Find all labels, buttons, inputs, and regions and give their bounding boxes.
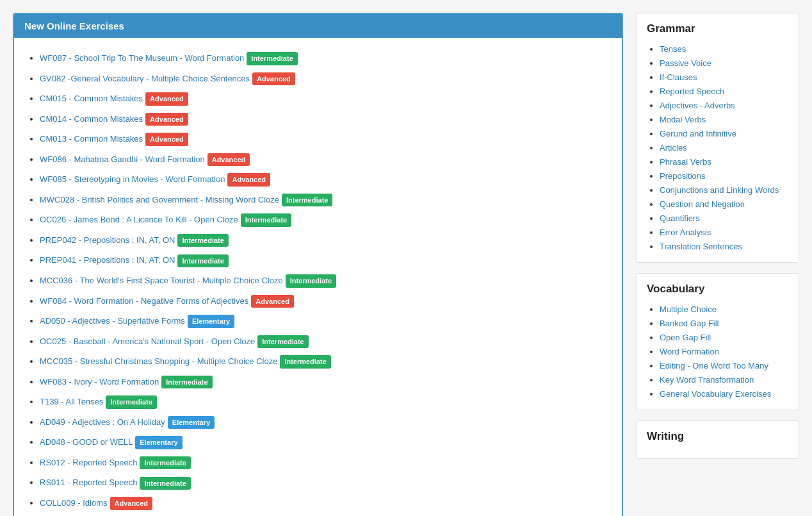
sidebar: Grammar TensesPassive VoiceIf-ClausesRep… <box>636 13 799 516</box>
level-badge: Intermediate <box>177 234 228 247</box>
grammar-link[interactable]: Reported Speech <box>660 87 724 96</box>
grammar-link[interactable]: Conjunctions and Linking Words <box>660 185 779 195</box>
list-item: MWC028 - British Politics and Government… <box>40 190 609 210</box>
list-item: RS012 - Reported SpeechIntermediate <box>40 453 609 473</box>
grammar-title: Grammar <box>647 22 788 35</box>
grammar-link[interactable]: Tenses <box>660 44 686 54</box>
grammar-link[interactable]: Modal Verbs <box>660 115 706 124</box>
exercise-link[interactable]: MWC028 - British Politics and Government… <box>40 195 279 204</box>
vocabulary-link[interactable]: Open Gap Fill <box>660 333 711 342</box>
list-item: OC025 - Baseball - America's National Sp… <box>40 331 609 352</box>
exercises-list: WF087 - School Trip To The Museum - Word… <box>14 38 622 516</box>
list-item: Editing - One Word Too Many <box>660 358 788 372</box>
exercise-link[interactable]: OC026 - James Bond : A Licence To Kill -… <box>40 215 238 224</box>
grammar-link[interactable]: Question and Negation <box>660 199 745 209</box>
exercises-title: New Online Exercises <box>24 21 124 31</box>
vocabulary-link[interactable]: General Vocabulary Exercises <box>660 389 771 399</box>
exercise-link[interactable]: WF085 - Stereotyping in Movies - Word Fo… <box>40 174 225 184</box>
list-item: CM015 - Common MistakesAdvanced <box>40 88 609 109</box>
level-badge: Intermediate <box>241 213 291 227</box>
list-item: Passive Voice <box>660 56 788 70</box>
list-item: MCC035 - Stressful Christmas Shopping - … <box>40 351 609 372</box>
grammar-link[interactable]: Quantifiers <box>660 213 700 223</box>
list-item: Modal Verbs <box>660 112 788 126</box>
list-item: RS011 - Reported SpeechIntermediate <box>40 472 609 493</box>
exercise-link[interactable]: RS012 - Reported Speech <box>40 458 137 467</box>
list-item: WF087 - School Trip To The Museum - Word… <box>40 48 609 69</box>
list-item: AD050 - Adjectives - Superlative FormsEl… <box>40 311 609 331</box>
list-item: CM014 - Common MistakesAdvanced <box>40 109 609 129</box>
exercise-link[interactable]: CM015 - Common Mistakes <box>40 94 143 103</box>
exercise-link[interactable]: PREP042 - Prepositions : IN, AT, ON <box>40 235 175 245</box>
level-badge: Advanced <box>145 113 188 126</box>
list-item: COLL008 - IdiomsAdvanced <box>40 513 609 516</box>
grammar-link[interactable]: Phrasal Verbs <box>660 157 711 167</box>
grammar-link[interactable]: Error Analysis <box>660 228 711 237</box>
exercise-link[interactable]: PREP041 - Prepositions : IN, AT, ON <box>40 255 175 265</box>
exercise-link[interactable]: MCC035 - Stressful Christmas Shopping - … <box>40 356 277 366</box>
list-item: Banked Gap Fill <box>660 316 788 330</box>
exercise-link[interactable]: CM014 - Common Mistakes <box>40 114 143 124</box>
list-item: Phrasal Verbs <box>660 154 788 169</box>
level-badge: Advanced <box>251 295 294 308</box>
list-item: COLL009 - IdiomsAdvanced <box>40 493 609 513</box>
vocabulary-link[interactable]: Banked Gap Fill <box>660 319 719 328</box>
list-item: Adjectives - Adverbs <box>660 98 788 112</box>
list-item: Conjunctions and Linking Words <box>660 183 788 197</box>
exercises-header: New Online Exercises <box>14 14 622 38</box>
list-item: Tenses <box>660 42 788 56</box>
vocabulary-link[interactable]: Editing - One Word Too Many <box>660 361 768 370</box>
list-item: Gerund and Infinitive <box>660 126 788 140</box>
level-badge: Elementary <box>135 436 182 449</box>
exercise-link[interactable]: CM013 - Common Mistakes <box>40 134 143 144</box>
writing-title: Writing <box>647 430 788 443</box>
exercise-link[interactable]: AD048 - GOOD or WELL <box>40 437 133 447</box>
list-item: AD048 - GOOD or WELLElementary <box>40 432 609 453</box>
list-item: Reported Speech <box>660 84 788 98</box>
vocabulary-link[interactable]: Key Word Transformation <box>660 375 754 385</box>
exercise-link[interactable]: AD049 - Adjectives : On A Holiday <box>40 417 165 427</box>
list-item: GV082 -General Vocabulary - Multiple Cho… <box>40 69 609 89</box>
vocabulary-link[interactable]: Word Formation <box>660 347 719 356</box>
exercise-link[interactable]: WF083 - Ivory - Word Formation <box>40 377 159 387</box>
exercise-link[interactable]: WF084 - Word Formation - Negative Forms … <box>40 296 248 306</box>
exercise-link[interactable]: OC025 - Baseball - America's National Sp… <box>40 337 255 346</box>
exercise-link[interactable]: MCC036 - The World's First Space Tourist… <box>40 276 283 285</box>
exercise-link[interactable]: RS011 - Reported Speech <box>40 478 137 487</box>
exercise-link[interactable]: GV082 -General Vocabulary - Multiple Cho… <box>40 74 250 83</box>
exercises-box: New Online Exercises WF087 - School Trip… <box>13 13 623 516</box>
list-item: OC026 - James Bond : A Licence To Kill -… <box>40 210 609 230</box>
grammar-link[interactable]: Passive Voice <box>660 58 711 68</box>
list-item: Question and Negation <box>660 197 788 211</box>
list-item: MCC036 - The World's First Space Tourist… <box>40 270 609 291</box>
list-item: WF083 - Ivory - Word FormationIntermedia… <box>40 372 609 392</box>
level-badge: Intermediate <box>140 456 190 470</box>
exercise-link[interactable]: WF087 - School Trip To The Museum - Word… <box>40 53 244 63</box>
exercise-link[interactable]: WF086 - Mahatma Gandhi - Word Formation <box>40 154 205 164</box>
grammar-link[interactable]: Adjectives - Adverbs <box>660 101 735 110</box>
grammar-link[interactable]: If-Clauses <box>660 72 697 82</box>
vocabulary-section: Vocabulary Multiple ChoiceBanked Gap Fil… <box>636 273 799 410</box>
exercise-link[interactable]: COLL009 - Idioms <box>40 498 108 508</box>
grammar-link[interactable]: Gerund and Infinitive <box>660 129 736 138</box>
writing-section: Writing <box>636 420 799 459</box>
main-panel: New Online Exercises WF087 - School Trip… <box>13 13 623 516</box>
list-item: Quantifiers <box>660 211 788 225</box>
vocabulary-link[interactable]: Multiple Choice <box>660 304 717 314</box>
level-badge: Intermediate <box>177 254 228 268</box>
vocabulary-title: Vocabulary <box>647 283 788 295</box>
list-item: Multiple Choice <box>660 302 788 316</box>
grammar-link[interactable]: Translation Sentences <box>660 242 742 251</box>
list-item: PREP042 - Prepositions : IN, AT, ONInter… <box>40 230 609 251</box>
list-item: Open Gap Fill <box>660 330 788 344</box>
grammar-link[interactable]: Prepositions <box>660 171 706 181</box>
level-badge: Intermediate <box>161 376 212 389</box>
level-badge: Intermediate <box>140 477 190 490</box>
exercise-link[interactable]: AD050 - Adjectives - Superlative Forms <box>40 316 185 326</box>
list-item: If-Clauses <box>660 70 788 84</box>
list-item: AD049 - Adjectives : On A HolidayElement… <box>40 412 609 433</box>
exercise-link[interactable]: T139 - All Tenses <box>40 397 103 406</box>
level-badge: Elementary <box>168 416 215 429</box>
grammar-link[interactable]: Articles <box>660 143 687 153</box>
level-badge: Advanced <box>145 92 188 106</box>
